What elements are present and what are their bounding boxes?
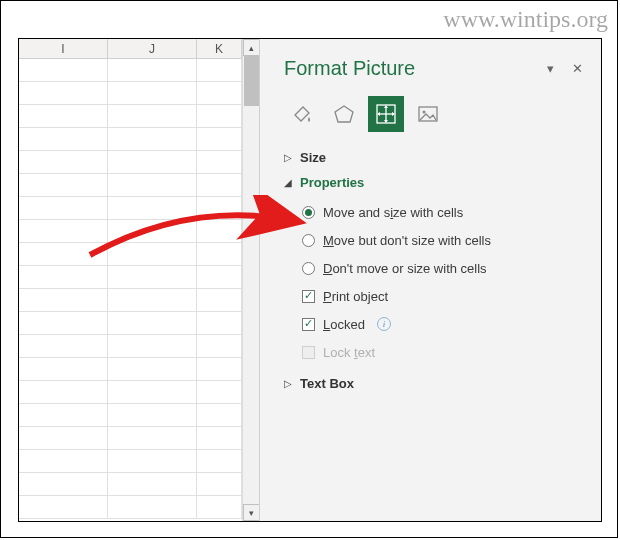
radio-icon (302, 234, 315, 247)
check-label: Print object (323, 289, 388, 304)
chevron-right-icon: ▷ (284, 378, 294, 389)
check-lock-text: Lock text (302, 338, 583, 366)
chevron-right-icon: ▷ (284, 152, 294, 163)
check-label: Lock text (323, 345, 375, 360)
scroll-up-button[interactable]: ▴ (243, 39, 260, 56)
pane-options-dropdown[interactable]: ▾ (547, 61, 554, 76)
radio-move-and-size[interactable]: Move and size with cells (302, 198, 583, 226)
radio-dont-move[interactable]: Don't move or size with cells (302, 254, 583, 282)
pane-title: Format Picture (284, 57, 415, 80)
checkbox-icon (302, 318, 315, 331)
scroll-thumb[interactable] (244, 56, 259, 106)
section-size-label: Size (300, 150, 326, 165)
check-locked[interactable]: Locked i (302, 310, 583, 338)
paint-bucket-icon (289, 101, 315, 127)
col-header-i[interactable]: I (19, 39, 108, 58)
info-icon[interactable]: i (377, 317, 391, 331)
pane-tabs (284, 96, 583, 132)
check-print-object[interactable]: Print object (302, 282, 583, 310)
section-textbox-label: Text Box (300, 376, 354, 391)
svg-point-9 (423, 111, 426, 114)
vertical-scrollbar[interactable]: ▴ ▾ (242, 39, 259, 521)
grid-body[interactable] (19, 59, 242, 521)
app-window: I J K (18, 38, 602, 522)
format-picture-pane: Format Picture ▾ ✕ (259, 39, 601, 521)
radio-label: Move and size with cells (323, 205, 463, 220)
col-header-k[interactable]: K (197, 39, 242, 58)
tab-effects[interactable] (326, 96, 362, 132)
picture-icon (415, 101, 441, 127)
radio-icon (302, 206, 315, 219)
check-label: Locked (323, 317, 365, 332)
tab-fill-line[interactable] (284, 96, 320, 132)
svg-marker-0 (335, 106, 353, 122)
size-arrows-icon (373, 101, 399, 127)
scroll-down-button[interactable]: ▾ (243, 504, 260, 521)
pane-close-button[interactable]: ✕ (572, 61, 583, 76)
section-properties-header[interactable]: ◢ Properties (284, 175, 583, 190)
col-header-j[interactable]: J (108, 39, 197, 58)
tab-size-properties[interactable] (368, 96, 404, 132)
radio-label: Move but don't size with cells (323, 233, 491, 248)
checkbox-icon (302, 346, 315, 359)
radio-icon (302, 262, 315, 275)
spreadsheet-area: I J K (19, 39, 259, 521)
section-properties-label: Properties (300, 175, 364, 190)
tab-picture[interactable] (410, 96, 446, 132)
chevron-down-icon: ◢ (284, 177, 294, 188)
column-headers: I J K (19, 39, 242, 59)
checkbox-icon (302, 290, 315, 303)
pentagon-icon (331, 101, 357, 127)
radio-move-no-size[interactable]: Move but don't size with cells (302, 226, 583, 254)
section-size-header[interactable]: ▷ Size (284, 150, 583, 165)
radio-label: Don't move or size with cells (323, 261, 487, 276)
section-textbox-header[interactable]: ▷ Text Box (284, 376, 583, 391)
